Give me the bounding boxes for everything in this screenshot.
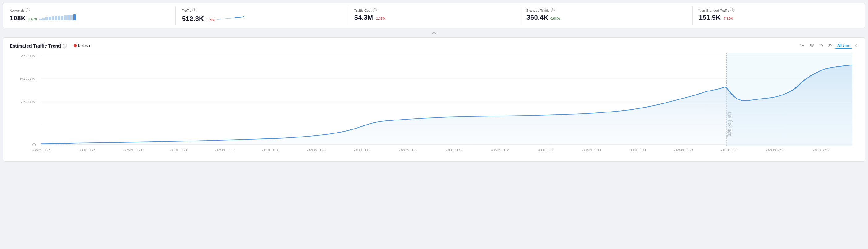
chart-header: Estimated Traffic Trend i Notes ▾ 1M 6M … [9,43,859,49]
svg-text:Jul 17: Jul 17 [538,148,554,152]
svg-text:Jul 18: Jul 18 [629,148,646,152]
spark-bar-1 [39,19,42,21]
chart-title: Estimated Traffic Trend i [9,43,67,48]
svg-text:Jul 12: Jul 12 [79,148,95,152]
svg-text:Jul 20: Jul 20 [813,148,830,152]
svg-text:Jul 13: Jul 13 [170,148,187,152]
chart-controls: 1M 6M 1Y 2Y All time × [798,43,859,49]
svg-text:Jul 19: Jul 19 [721,148,738,152]
svg-text:0: 0 [32,142,36,146]
spark-bar-6 [55,16,57,21]
time-btn-alltime[interactable]: All time [835,43,852,49]
spark-bar-9 [64,15,66,21]
branded-traffic-change: 0.98% [550,17,560,21]
svg-text:Jan 15: Jan 15 [307,148,326,152]
traffic-label: Traffic i [182,8,342,12]
keywords-value: 108K [9,14,26,22]
svg-text:Jan 17: Jan 17 [491,148,509,152]
time-btn-6m[interactable]: 6M [807,43,816,48]
spark-bar-5 [52,16,54,21]
chart-card: Estimated Traffic Trend i Notes ▾ 1M 6M … [3,37,865,162]
traffic-info-icon[interactable]: i [192,8,196,12]
keywords-sparkbars [39,14,76,21]
metric-nonbranded-traffic: Non-Branded Traffic i 151.9K -7.82% [692,6,865,25]
time-controls: 1M 6M 1Y 2Y All time [798,43,851,49]
spark-bar-11 [70,14,73,21]
svg-text:250K: 250K [20,100,36,104]
nonbranded-traffic-change: -7.82% [723,17,734,21]
traffic-change: -1.8% [206,18,215,22]
nonbranded-traffic-label: Non-Branded Traffic i [699,8,859,12]
svg-text:750K: 750K [20,54,36,58]
time-btn-1m[interactable]: 1M [798,43,806,48]
svg-text:Jan 19: Jan 19 [674,148,693,152]
svg-text:Jan 18: Jan 18 [583,148,601,152]
traffic-cost-change: -1.33% [375,17,386,21]
traffic-sparkline [217,14,244,22]
svg-text:Jan 14: Jan 14 [215,148,234,152]
close-button[interactable]: × [853,43,859,48]
svg-text:Jan 12: Jan 12 [32,148,51,152]
notes-button[interactable]: Notes ▾ [72,43,92,48]
svg-text:Jul 16: Jul 16 [446,148,462,152]
keywords-change: 3.46% [28,17,37,21]
svg-text:Jan 13: Jan 13 [123,148,142,152]
nonbranded-traffic-value: 151.9K [699,13,721,22]
svg-point-0 [243,16,244,17]
metric-keywords: Keywords i 108K 3.46% [3,6,176,25]
expand-arrow[interactable] [3,31,865,36]
svg-text:Jul 15: Jul 15 [354,148,371,152]
metric-traffic-cost: Traffic Cost i $4.3M -1.33% [348,6,520,25]
spark-bar-12 [73,14,76,21]
chart-svg: 750K 500K 250K 0 Database growth Jan 12 … [9,52,859,157]
keywords-label: Keywords i [9,8,169,12]
traffic-value: 512.3K [182,15,204,23]
chart-info-icon[interactable]: i [63,44,67,48]
branded-traffic-value: 360.4K [526,13,549,22]
spark-bar-3 [45,17,48,21]
svg-text:Jan 20: Jan 20 [766,148,785,152]
spark-bar-2 [42,17,45,21]
branded-traffic-label: Branded Traffic i [526,8,686,12]
spark-bar-10 [67,15,70,21]
metric-branded-traffic: Branded Traffic i 360.4K 0.98% [520,6,692,25]
notes-chevron-icon: ▾ [89,44,90,47]
traffic-cost-value: $4.3M [354,13,373,22]
spark-bar-7 [58,16,60,21]
spark-bar-4 [49,17,51,21]
metrics-bar: Keywords i 108K 3.46% [3,3,865,28]
spark-bar-8 [61,16,63,21]
metric-traffic: Traffic i 512.3K -1.8% [176,6,348,25]
keywords-info-icon[interactable]: i [26,8,30,12]
svg-text:Jul 14: Jul 14 [262,148,279,152]
nonbranded-traffic-info-icon[interactable]: i [730,8,734,12]
chart-area: 750K 500K 250K 0 Database growth Jan 12 … [9,52,859,157]
svg-text:Jan 16: Jan 16 [399,148,417,152]
traffic-cost-label: Traffic Cost i [354,8,514,12]
time-btn-1y[interactable]: 1Y [817,43,825,48]
notes-dot-icon [73,44,77,47]
time-btn-2y[interactable]: 2Y [826,43,834,48]
svg-text:500K: 500K [20,77,36,81]
traffic-cost-info-icon[interactable]: i [373,8,377,12]
chart-title-area: Estimated Traffic Trend i Notes ▾ [9,43,92,48]
branded-traffic-info-icon[interactable]: i [551,8,555,12]
